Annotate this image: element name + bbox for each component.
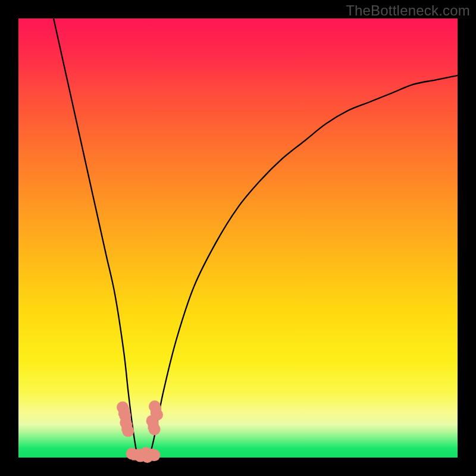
svg-rect-5 xyxy=(121,422,132,431)
outer-frame: TheBottleneck.com xyxy=(0,0,476,476)
bottleneck-curve xyxy=(54,18,458,458)
plot-area xyxy=(18,18,458,458)
chart-svg xyxy=(18,18,458,458)
attribution-text: TheBottleneck.com xyxy=(346,2,470,19)
svg-rect-2 xyxy=(118,408,129,416)
svg-rect-20 xyxy=(146,449,154,459)
svg-rect-11 xyxy=(148,421,159,429)
marker-layer xyxy=(117,400,163,463)
svg-rect-8 xyxy=(151,406,161,415)
